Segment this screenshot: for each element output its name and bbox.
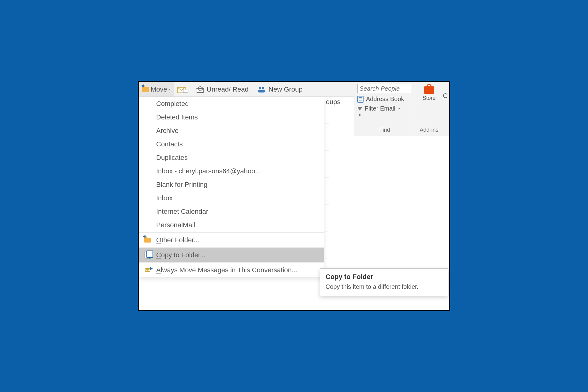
menu-item-label: Always Move Messages in This Conversatio… (156, 266, 297, 274)
unread-read-label: Unread/ Read (207, 85, 249, 93)
menu-folder-inbox[interactable]: Inbox (139, 191, 324, 205)
find-group: Address Book Filter Email ▾ Find (354, 82, 415, 136)
menu-item-label: Copy to Folder... (156, 251, 205, 259)
menu-item-label: Duplicates (156, 154, 188, 162)
chevron-down-icon: ▾ (398, 107, 400, 110)
move-dropdown-menu: Completed Deleted Items Archive Contacts… (139, 97, 324, 277)
menu-always-move[interactable]: Always Move Messages in This Conversatio… (139, 263, 324, 277)
menu-separator (139, 262, 324, 263)
svg-rect-1 (183, 89, 188, 93)
menu-item-label: Deleted Items (156, 113, 198, 121)
menu-item-label: Inbox (156, 194, 173, 202)
menu-item-label: Other Folder... (156, 236, 199, 244)
menu-item-label: Contacts (156, 140, 183, 148)
envelope-open-icon (196, 86, 204, 93)
tooltip-copy-to-folder: Copy to Folder Copy this item to a diffe… (320, 268, 448, 296)
menu-other-folder[interactable]: Other Folder... (139, 233, 324, 247)
menu-folder-completed[interactable]: Completed (139, 97, 324, 111)
menu-folder-deleted-items[interactable]: Deleted Items (139, 111, 324, 124)
menu-folder-internet-calendar[interactable]: Internet Calendar (139, 205, 324, 218)
address-book-label: Address Book (366, 96, 404, 103)
menu-separator (139, 247, 324, 248)
folder-move-icon (142, 87, 149, 92)
menu-folder-contacts[interactable]: Contacts (139, 138, 324, 151)
store-label[interactable]: Store (422, 95, 435, 101)
address-book-icon (357, 96, 364, 103)
rules-button[interactable] (174, 82, 192, 96)
move-dropdown-button[interactable]: Move ▾ (139, 82, 174, 96)
find-group-label: Find (357, 125, 412, 136)
menu-folder-duplicates[interactable]: Duplicates (139, 151, 324, 164)
tooltip-body: Copy this item to a different folder. (326, 283, 443, 290)
menu-folder-archive[interactable]: Archive (139, 124, 324, 138)
unread-read-button[interactable]: Unread/ Read (192, 82, 253, 96)
menu-folder-inbox-account[interactable]: Inbox - cheryl.parsons64@yahoo... (139, 164, 324, 178)
envelope-rule-icon (177, 85, 189, 93)
store-bag-icon[interactable] (423, 83, 435, 94)
filter-funnel-icon (357, 107, 362, 111)
svg-point-4 (259, 87, 261, 89)
addins-group-label: Add-ins (415, 125, 443, 136)
people-group-icon (258, 86, 266, 93)
new-group-button[interactable]: New Group (253, 82, 307, 96)
menu-item-label: Blank for Printing (156, 181, 208, 189)
menu-separator (139, 232, 324, 233)
menu-item-label: Completed (156, 100, 189, 108)
move-label: Move (151, 85, 167, 93)
menu-copy-to-folder[interactable]: Copy to Folder... (139, 248, 324, 262)
svg-point-5 (262, 87, 264, 89)
menu-item-label: Internet Calendar (156, 208, 208, 216)
new-group-label: New Group (269, 85, 303, 93)
menu-item-label: Inbox - cheryl.parsons64@yahoo... (156, 167, 261, 175)
svg-rect-6 (258, 90, 265, 92)
address-book-button[interactable]: Address Book (357, 96, 412, 103)
copy-folder-icon (143, 251, 152, 259)
folder-move-icon (143, 236, 152, 244)
menu-item-label: Archive (156, 127, 179, 135)
menu-folder-personalmail[interactable]: PersonalMail (139, 218, 324, 232)
ribbon-right-cluster: Address Book Filter Email ▾ Find Store A… (354, 82, 449, 136)
always-move-icon (143, 266, 152, 274)
search-people-input[interactable] (357, 84, 412, 93)
truncated-right-char: C (443, 82, 449, 136)
outlook-ribbon-frame: Move ▾ Unread/ Read New Group oups (138, 81, 450, 311)
filter-email-label: Filter Email (365, 105, 395, 112)
tooltip-title: Copy to Folder (326, 273, 443, 281)
addins-group: Store Add-ins (415, 82, 443, 136)
menu-item-label: PersonalMail (156, 221, 195, 229)
menu-folder-blank-printing[interactable]: Blank for Printing (139, 178, 324, 191)
chevron-down-icon: ▾ (169, 88, 171, 91)
svg-marker-2 (197, 86, 204, 89)
filter-email-button[interactable]: Filter Email ▾ (357, 105, 412, 112)
